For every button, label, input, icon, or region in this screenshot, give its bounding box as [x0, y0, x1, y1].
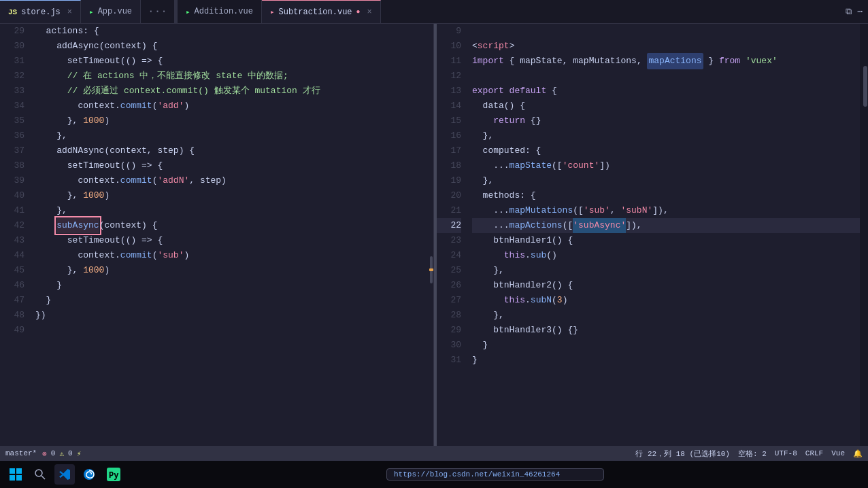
error-icon: ⊗ — [42, 449, 47, 458]
code-line-43: setTimeout(() => { — [35, 233, 428, 248]
taskbar-search[interactable] — [30, 464, 50, 485]
tab-store-js[interactable]: JS store.js × — [0, 0, 81, 23]
code-line-46: } — [35, 278, 428, 293]
indent-info: 空格: 2 — [738, 449, 767, 459]
svg-line-5 — [41, 476, 45, 479]
notification-bell[interactable]: 🔔 — [853, 449, 863, 458]
right-code-line-17: computed: { — [472, 143, 860, 158]
status-bar: master* ⊗ 0 ⚠ 0 ⚡ 行 22，列 18 (已选择10) 空格: … — [0, 446, 868, 461]
right-code-line-22: ...mapActions(['subAsync']), — [472, 218, 860, 233]
right-panel: 9 10 11 12 13 14 15 16 17 18 19 20 21 22… — [437, 24, 868, 446]
right-code-container: 9 10 11 12 13 14 15 16 17 18 19 20 21 22… — [437, 24, 868, 446]
right-code-line-12 — [472, 69, 860, 84]
code-line-34: context.commit('add') — [35, 99, 428, 114]
code-line-40: }, 1000) — [35, 188, 428, 203]
right-code-line-10: <script> — [472, 39, 860, 54]
right-code-line-23: btnHandler1() { — [472, 233, 860, 248]
vue-icon-app: ▸ — [89, 7, 94, 16]
line-ending: CRLF — [805, 449, 823, 457]
right-code-line-20: methods: { — [472, 188, 860, 203]
right-code-line-11: import { mapState, mapMutations, mapActi… — [472, 54, 860, 69]
right-code-line-13: export default { — [472, 84, 860, 99]
code-line-29: actions: { — [35, 24, 428, 39]
taskbar-vscode[interactable] — [54, 464, 75, 485]
right-line-numbers: 9 10 11 12 13 14 15 16 17 18 19 20 21 22… — [437, 24, 469, 446]
code-line-36: }, — [35, 128, 428, 143]
code-line-37: addNAsync(context, step) { — [35, 143, 428, 158]
code-line-32: // 在 actions 中，不能直接修改 state 中的数据; — [35, 69, 428, 84]
code-line-47: } — [35, 293, 428, 308]
pycharm-icon: Py — [107, 468, 120, 481]
tab-actions: ⧉ ⋯ — [840, 0, 868, 23]
language-mode[interactable]: Vue — [831, 449, 845, 457]
more-actions-icon[interactable]: ⋯ — [857, 6, 863, 17]
code-line-39: context.commit('addN', step) — [35, 173, 428, 188]
code-line-38: setTimeout(() => { — [35, 158, 428, 173]
cursor-position: 行 22，列 18 (已选择10) — [635, 449, 730, 459]
right-code-line-26: btnHandler2() { — [472, 278, 860, 293]
taskbar-edge[interactable] — [79, 464, 99, 485]
right-code-line-16: }, — [472, 128, 860, 143]
tab-app-vue[interactable]: ▸ App.vue — [81, 0, 141, 23]
tab-bar: JS store.js × ▸ App.vue ··· ▸ Addition.v… — [0, 0, 868, 24]
right-code-line-25: }, — [472, 263, 860, 278]
vscode-icon — [58, 468, 71, 481]
code-line-35: }, 1000) — [35, 114, 428, 128]
status-left: master* ⊗ 0 ⚠ 0 ⚡ — [5, 449, 81, 458]
right-scrollbar[interactable] — [860, 24, 868, 446]
tab-label-addition: Addition.vue — [195, 7, 253, 16]
code-line-42: subAsync(context) { — [35, 218, 428, 233]
overflow-icon: ··· — [148, 5, 167, 18]
editor-area: 29 30 31 32 33 34 35 36 37 38 39 40 41 4… — [0, 24, 868, 446]
git-branch[interactable]: master* — [5, 449, 37, 457]
left-code-lines: actions: { addAsync(context) { setTimeou… — [33, 24, 428, 446]
svg-rect-3 — [16, 475, 22, 481]
left-code-container: 29 30 31 32 33 34 35 36 37 38 39 40 41 4… — [0, 24, 433, 446]
left-line-numbers: 29 30 31 32 33 34 35 36 37 38 39 40 41 4… — [0, 24, 33, 446]
code-line-41: }, — [35, 203, 428, 218]
tab-overflow[interactable]: ··· — [141, 0, 175, 23]
edge-icon — [82, 468, 96, 481]
tab-subtraction-vue[interactable]: ▸ Subtraction.vue ● × — [262, 0, 381, 23]
right-code-line-28: }, — [472, 308, 860, 323]
tab-label-app: App.vue — [98, 7, 132, 16]
right-code-line-19: }, — [472, 173, 860, 188]
tab-label-subtraction: Subtraction.vue — [279, 7, 352, 17]
url-bar[interactable]: https://blog.csdn.net/weixin_46261264 — [386, 468, 604, 481]
search-icon — [35, 469, 46, 480]
status-right: 行 22，列 18 (已选择10) 空格: 2 UTF-8 CRLF Vue 🔔 — [635, 449, 863, 459]
warning-count: 0 — [68, 449, 73, 457]
right-code-line-27: this.subN(3) — [472, 293, 860, 308]
code-line-48: }) — [35, 308, 428, 323]
svg-point-4 — [35, 470, 42, 476]
tab-modified-dot: ● — [356, 8, 361, 16]
right-code-line-9 — [472, 24, 860, 39]
windows-start-button[interactable] — [5, 464, 26, 485]
left-scrollbar[interactable] — [428, 24, 433, 446]
right-code-line-31: } — [472, 353, 860, 368]
tab-spacer — [381, 0, 840, 23]
code-line-45: }, 1000) — [35, 263, 428, 278]
svg-text:Py: Py — [109, 471, 118, 481]
right-code-line-14: data() { — [472, 99, 860, 114]
code-line-30: addAsync(context) { — [35, 39, 428, 54]
taskbar-pycharm[interactable]: Py — [103, 464, 124, 485]
right-code-line-30: } — [472, 338, 860, 353]
tab-addition-vue[interactable]: ▸ Addition.vue — [178, 0, 262, 23]
error-count: 0 — [51, 449, 56, 457]
right-code-line-29: btnHandler3() {} — [472, 323, 860, 338]
right-code-line-15: return {} — [472, 114, 860, 128]
encoding: UTF-8 — [775, 449, 797, 457]
tab-close-store[interactable]: × — [67, 7, 72, 17]
warning-icon: ⚠ — [59, 449, 64, 458]
tab-label-store: store.js — [21, 7, 61, 17]
tab-close-subtraction[interactable]: × — [367, 7, 372, 17]
js-icon: JS — [8, 8, 17, 16]
svg-rect-0 — [10, 468, 15, 474]
left-panel: 29 30 31 32 33 34 35 36 37 38 39 40 41 4… — [0, 24, 434, 446]
status-icons: ⊗ 0 ⚠ 0 ⚡ — [42, 449, 81, 458]
svg-rect-2 — [10, 475, 15, 481]
split-editor-icon[interactable]: ⧉ — [846, 7, 852, 17]
right-scrollbar-thumb — [863, 66, 867, 107]
code-line-33: // 必须通过 context.commit() 触发某个 mutation 才… — [35, 84, 428, 99]
